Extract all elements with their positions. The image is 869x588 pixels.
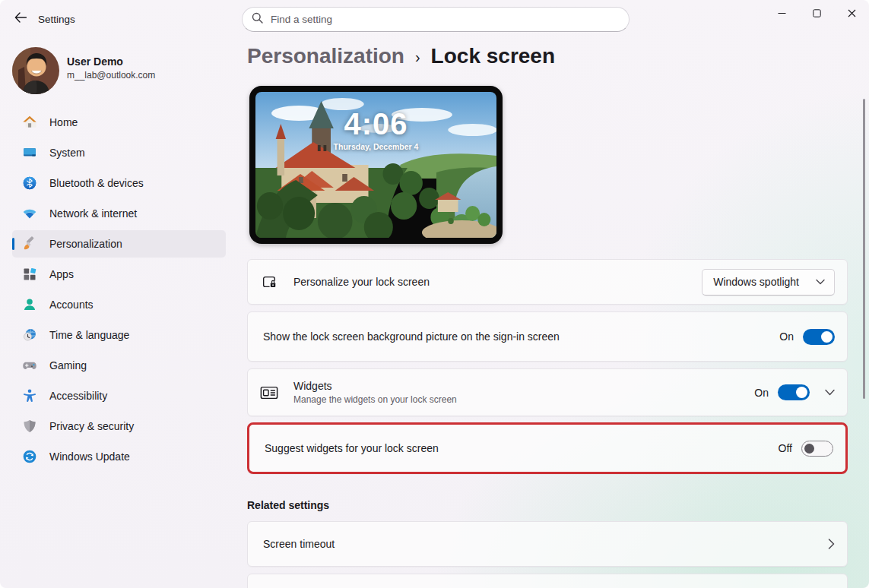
close-icon — [848, 9, 856, 17]
system-icon — [22, 145, 37, 160]
sidebar-item-home[interactable]: Home — [12, 109, 226, 136]
sidebar-item-label: Accessibility — [49, 390, 107, 402]
sidebar-item-label: Accounts — [49, 299, 94, 311]
sidebar-item-privacy[interactable]: Privacy & security — [12, 413, 226, 440]
search-box[interactable] — [242, 7, 630, 32]
sidebar-item-apps[interactable]: Apps — [12, 261, 226, 288]
home-icon — [22, 115, 37, 130]
apps-icon — [22, 267, 37, 282]
screen-lock-icon — [260, 273, 278, 291]
lock-screen-preview: 4:06 Thursday, December 4 — [249, 86, 503, 244]
sidebar-item-label: Gaming — [49, 359, 87, 371]
widgets-toggle[interactable] — [778, 384, 810, 400]
gaming-icon — [22, 358, 37, 373]
sidebar-item-accounts[interactable]: Accounts — [12, 291, 226, 318]
suggest-widgets-card: Suggest widgets for your lock screen Off — [247, 422, 848, 474]
sidebar-item-accessibility[interactable]: Accessibility — [12, 382, 226, 409]
sidebar-item-network[interactable]: Network & internet — [12, 200, 226, 227]
search-input[interactable] — [271, 14, 620, 25]
dropdown-value: Windows spotlight — [713, 276, 799, 288]
maximize-icon — [813, 9, 821, 17]
expand-chevron-icon[interactable] — [825, 389, 835, 396]
sidebar-item-label: Apps — [49, 268, 74, 280]
settings-window: Settings User Demo m__lab@outl — [0, 0, 869, 588]
sidebar-item-windows-update[interactable]: Windows Update — [12, 443, 226, 470]
widgets-card: Widgets Manage the widgets on your lock … — [247, 368, 848, 416]
sidebar-item-label: Network & internet — [49, 207, 137, 220]
sidebar-item-label: System — [49, 147, 85, 159]
sidebar-item-bluetooth[interactable]: Bluetooth & devices — [12, 169, 226, 197]
time-language-icon — [22, 327, 37, 343]
screen-timeout-card[interactable]: Screen timeout — [247, 521, 848, 567]
windows-update-icon — [22, 449, 37, 464]
scrollbar-thumb[interactable] — [863, 99, 865, 399]
sidebar-nav: Home System Bluetooth & devices Network … — [12, 109, 226, 473]
sidebar-item-time-language[interactable]: Time & language — [12, 321, 226, 349]
sidebar-item-gaming[interactable]: Gaming — [12, 352, 226, 379]
sidebar-item-label: Windows Update — [49, 450, 130, 463]
minimize-button[interactable] — [764, 0, 799, 26]
back-arrow-icon — [14, 12, 27, 26]
sign-in-background-toggle[interactable] — [803, 329, 835, 345]
minimize-icon — [778, 9, 786, 17]
back-button[interactable] — [9, 9, 32, 29]
sidebar-item-label: Bluetooth & devices — [49, 177, 144, 189]
widgets-icon — [260, 384, 278, 402]
breadcrumb-separator-icon: › — [415, 46, 420, 66]
suggest-widgets-toggle[interactable] — [801, 441, 833, 457]
preview-date: Thursday, December 4 — [255, 142, 496, 151]
app-title: Settings — [38, 14, 75, 25]
setting-label: Screen timeout — [263, 538, 335, 550]
sidebar-item-personalization[interactable]: Personalization — [12, 230, 226, 258]
accounts-icon — [22, 297, 37, 312]
toggle-state-label: On — [754, 387, 769, 399]
close-button[interactable] — [834, 0, 869, 26]
partial-card[interactable] — [247, 574, 848, 588]
sidebar-item-system[interactable]: System — [12, 139, 226, 166]
personalization-icon — [22, 236, 37, 251]
bluetooth-icon — [22, 175, 37, 191]
setting-label: Show the lock screen background picture … — [263, 330, 560, 343]
setting-label: Personalize your lock screen — [293, 276, 430, 288]
privacy-icon — [22, 419, 37, 434]
search-icon — [252, 12, 263, 27]
chevron-down-icon — [816, 279, 825, 285]
sign-in-background-card: Show the lock screen background picture … — [247, 311, 848, 362]
personalize-lock-screen-card: Personalize your lock screen Windows spo… — [247, 259, 848, 305]
sidebar-item-label: Personalization — [49, 238, 122, 250]
breadcrumb-parent[interactable]: Personalization — [247, 44, 404, 68]
preview-clock: 4:06 — [255, 107, 496, 141]
avatar[interactable] — [12, 47, 59, 94]
maximize-button[interactable] — [799, 0, 834, 26]
setting-label: Suggest widgets for your lock screen — [265, 442, 439, 454]
sidebar-item-label: Privacy & security — [49, 420, 134, 432]
window-controls — [764, 0, 869, 26]
related-settings-heading: Related settings — [247, 499, 329, 511]
toggle-state-label: On — [779, 330, 794, 343]
setting-description: Manage the widgets on your lock screen — [293, 394, 457, 405]
lock-screen-image: 4:06 Thursday, December 4 — [255, 92, 496, 238]
network-icon — [22, 206, 37, 221]
profile-email: m__lab@outlook.com — [67, 70, 155, 81]
setting-label: Widgets — [293, 380, 457, 392]
lock-screen-mode-dropdown[interactable]: Windows spotlight — [702, 269, 835, 296]
sidebar-item-label: Time & language — [49, 329, 129, 341]
toggle-state-label: Off — [779, 442, 792, 454]
page-title: Lock screen — [431, 44, 555, 68]
chevron-right-icon — [828, 539, 835, 549]
sidebar-item-label: Home — [49, 116, 78, 128]
breadcrumb: Personalization › Lock screen — [247, 44, 555, 68]
accessibility-icon — [22, 388, 37, 403]
profile-name: User Demo — [67, 55, 123, 68]
